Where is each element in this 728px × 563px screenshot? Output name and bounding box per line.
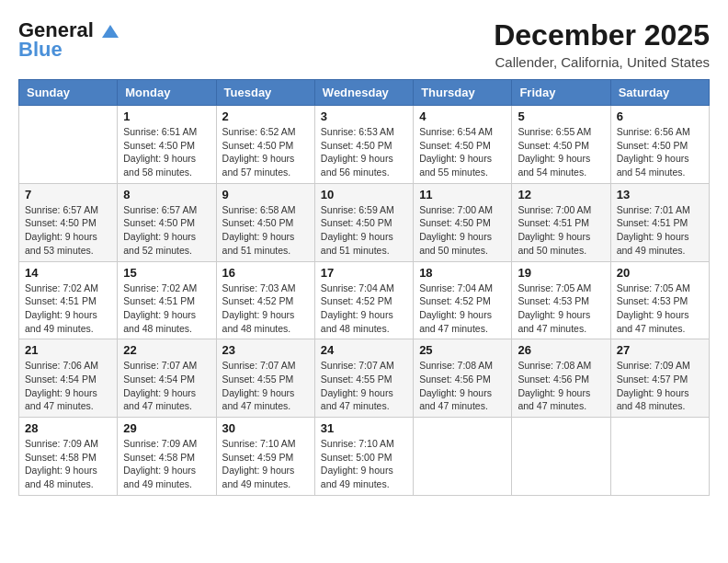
sunset-label: Sunset: 4:50 PM (222, 140, 294, 151)
sunset-label: Sunset: 4:57 PM (617, 373, 688, 385)
calendar-cell: 19Sunrise: 7:05 AMSunset: 4:53 PMDayligh… (512, 261, 610, 339)
calendar-cell: 26Sunrise: 7:08 AMSunset: 4:56 PMDayligh… (512, 339, 610, 418)
logo-icon (100, 21, 120, 41)
daylight-label: Daylight: 9 hours and 52 minutes. (123, 231, 196, 256)
day-number: 18 (419, 266, 506, 280)
daylight-label: Daylight: 9 hours and 49 minutes. (617, 231, 689, 256)
day-number: 26 (518, 343, 604, 357)
day-info: Sunrise: 6:53 AMSunset: 4:50 PMDaylight:… (321, 125, 407, 179)
calendar-cell: 8Sunrise: 6:57 AMSunset: 4:50 PMDaylight… (118, 183, 216, 261)
sunset-label: Sunset: 4:59 PM (222, 452, 294, 463)
day-number: 21 (25, 343, 111, 357)
calendar-cell: 4Sunrise: 6:54 AMSunset: 4:50 PMDaylight… (414, 106, 512, 184)
daylight-label: Daylight: 9 hours and 48 minutes. (321, 309, 393, 334)
sunrise-label: Sunrise: 6:57 AM (123, 204, 197, 215)
sunrise-label: Sunrise: 7:10 AM (222, 438, 296, 449)
sunrise-label: Sunrise: 7:08 AM (419, 360, 493, 371)
col-wednesday: Wednesday (314, 80, 413, 106)
day-info: Sunrise: 7:08 AMSunset: 4:56 PMDaylight:… (419, 359, 506, 413)
daylight-label: Daylight: 9 hours and 55 minutes. (419, 153, 492, 178)
day-info: Sunrise: 6:54 AMSunset: 4:50 PMDaylight:… (419, 125, 506, 179)
col-tuesday: Tuesday (216, 80, 314, 106)
day-number: 12 (518, 188, 604, 201)
calendar-cell: 11Sunrise: 7:00 AMSunset: 4:50 PMDayligh… (414, 183, 512, 261)
daylight-label: Daylight: 9 hours and 48 minutes. (123, 309, 196, 334)
sunset-label: Sunset: 4:51 PM (617, 217, 688, 228)
daylight-label: Daylight: 9 hours and 47 minutes. (518, 387, 590, 412)
day-info: Sunrise: 7:04 AMSunset: 4:52 PMDaylight:… (419, 282, 506, 336)
sunset-label: Sunset: 4:51 PM (25, 295, 97, 306)
calendar-cell: 14Sunrise: 7:02 AMSunset: 4:51 PMDayligh… (19, 261, 118, 339)
sunset-label: Sunset: 4:53 PM (518, 295, 589, 306)
calendar-row: 7Sunrise: 6:57 AMSunset: 4:50 PMDaylight… (19, 183, 710, 261)
daylight-label: Daylight: 9 hours and 47 minutes. (321, 387, 393, 412)
day-info: Sunrise: 7:03 AMSunset: 4:52 PMDaylight:… (222, 282, 309, 336)
sunset-label: Sunset: 4:53 PM (617, 295, 688, 306)
day-info: Sunrise: 6:51 AMSunset: 4:50 PMDaylight:… (123, 125, 210, 179)
sunset-label: Sunset: 4:54 PM (123, 373, 195, 385)
sunrise-label: Sunrise: 6:56 AM (617, 126, 690, 137)
day-number: 8 (123, 188, 210, 201)
sunrise-label: Sunrise: 7:04 AM (321, 282, 394, 293)
sunrise-label: Sunrise: 6:58 AM (222, 204, 296, 215)
daylight-label: Daylight: 9 hours and 54 minutes. (518, 153, 590, 178)
sunset-label: Sunset: 4:50 PM (222, 217, 294, 228)
day-number: 1 (123, 109, 210, 123)
col-sunday: Sunday (19, 80, 118, 106)
daylight-label: Daylight: 9 hours and 57 minutes. (222, 153, 295, 178)
col-thursday: Thursday (414, 80, 512, 106)
sunrise-label: Sunrise: 7:02 AM (25, 282, 98, 293)
day-number: 7 (25, 188, 111, 201)
day-info: Sunrise: 7:07 AMSunset: 4:55 PMDaylight:… (222, 359, 309, 413)
calendar-cell: 31Sunrise: 7:10 AMSunset: 5:00 PMDayligh… (314, 418, 413, 496)
sunset-label: Sunset: 4:50 PM (419, 217, 491, 228)
day-info: Sunrise: 7:05 AMSunset: 4:53 PMDaylight:… (617, 282, 703, 336)
daylight-label: Daylight: 9 hours and 54 minutes. (617, 153, 689, 178)
calendar-cell: 25Sunrise: 7:08 AMSunset: 4:56 PMDayligh… (414, 339, 512, 418)
sunrise-label: Sunrise: 6:59 AM (321, 204, 394, 215)
calendar-cell: 17Sunrise: 7:04 AMSunset: 4:52 PMDayligh… (314, 261, 413, 339)
sunset-label: Sunset: 4:52 PM (419, 295, 491, 306)
day-number: 25 (419, 343, 506, 357)
calendar-header-row: Sunday Monday Tuesday Wednesday Thursday… (19, 80, 710, 106)
day-info: Sunrise: 7:07 AMSunset: 4:55 PMDaylight:… (321, 359, 407, 413)
sunrise-label: Sunrise: 7:09 AM (123, 438, 197, 449)
sunset-label: Sunset: 4:58 PM (25, 452, 97, 463)
daylight-label: Daylight: 9 hours and 47 minutes. (617, 309, 689, 334)
sunrise-label: Sunrise: 7:09 AM (617, 360, 690, 371)
calendar-cell: 3Sunrise: 6:53 AMSunset: 4:50 PMDaylight… (314, 106, 413, 184)
col-saturday: Saturday (610, 80, 709, 106)
sunset-label: Sunset: 5:00 PM (321, 452, 392, 463)
day-number: 16 (222, 266, 309, 280)
sunrise-label: Sunrise: 6:57 AM (25, 204, 98, 215)
day-info: Sunrise: 6:59 AMSunset: 4:50 PMDaylight:… (321, 203, 407, 258)
sunset-label: Sunset: 4:50 PM (419, 140, 491, 151)
daylight-label: Daylight: 9 hours and 51 minutes. (222, 231, 295, 256)
sunset-label: Sunset: 4:51 PM (123, 295, 195, 306)
daylight-label: Daylight: 9 hours and 48 minutes. (25, 465, 97, 489)
calendar-cell: 29Sunrise: 7:09 AMSunset: 4:58 PMDayligh… (118, 418, 216, 496)
daylight-label: Daylight: 9 hours and 49 minutes. (321, 465, 393, 489)
title-block: December 2025 Callender, California, Uni… (494, 18, 710, 70)
calendar-cell: 9Sunrise: 6:58 AMSunset: 4:50 PMDaylight… (216, 183, 314, 261)
sunset-label: Sunset: 4:58 PM (123, 452, 195, 463)
day-number: 29 (123, 421, 210, 435)
day-info: Sunrise: 7:09 AMSunset: 4:58 PMDaylight:… (123, 437, 210, 491)
day-info: Sunrise: 6:58 AMSunset: 4:50 PMDaylight:… (222, 203, 309, 258)
calendar-cell: 16Sunrise: 7:03 AMSunset: 4:52 PMDayligh… (216, 261, 314, 339)
daylight-label: Daylight: 9 hours and 47 minutes. (123, 387, 196, 412)
calendar-cell: 21Sunrise: 7:06 AMSunset: 4:54 PMDayligh… (19, 339, 118, 418)
day-number: 17 (321, 266, 407, 280)
daylight-label: Daylight: 9 hours and 58 minutes. (123, 153, 196, 178)
month-year: December 2025 (494, 18, 710, 52)
location: Callender, California, United States (494, 54, 710, 70)
daylight-label: Daylight: 9 hours and 51 minutes. (321, 231, 393, 256)
page-header: General Blue December 2025 Callender, Ca… (18, 18, 710, 70)
calendar-cell: 7Sunrise: 6:57 AMSunset: 4:50 PMDaylight… (19, 183, 118, 261)
day-number: 15 (123, 266, 210, 280)
day-number: 22 (123, 343, 210, 357)
sunset-label: Sunset: 4:55 PM (321, 373, 392, 385)
sunset-label: Sunset: 4:50 PM (321, 140, 392, 151)
sunset-label: Sunset: 4:50 PM (518, 140, 589, 151)
calendar-cell: 24Sunrise: 7:07 AMSunset: 4:55 PMDayligh… (314, 339, 413, 418)
